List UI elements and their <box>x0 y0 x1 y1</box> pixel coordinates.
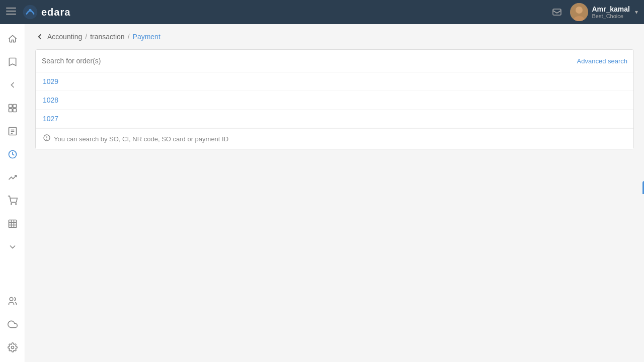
search-result-1028[interactable]: 1028 <box>36 91 633 110</box>
svg-point-7 <box>576 7 583 14</box>
search-container: Advanced search 1029 1028 1027 You can s… <box>35 49 634 149</box>
sidebar-item-cloud[interactable] <box>2 314 23 335</box>
sidebar-item-inventory[interactable] <box>2 213 23 234</box>
svg-point-25 <box>10 298 13 301</box>
sidebar-item-home[interactable] <box>2 28 23 49</box>
svg-point-3 <box>23 5 37 19</box>
breadcrumb-sep-1: / <box>85 33 87 41</box>
search-result-1027[interactable]: 1027 <box>36 110 633 128</box>
sidebar-item-reports[interactable] <box>2 121 23 142</box>
svg-rect-5 <box>553 9 561 15</box>
svg-rect-0 <box>6 8 16 9</box>
svg-rect-1 <box>6 11 16 12</box>
svg-rect-2 <box>6 14 16 15</box>
svg-rect-10 <box>13 105 16 108</box>
breadcrumb: Accounting / transaction / Payment <box>35 32 634 41</box>
user-chevron-icon: ▾ <box>635 9 638 16</box>
notification-icon[interactable] <box>548 3 566 21</box>
menu-icon[interactable] <box>6 6 16 19</box>
sidebar-item-accounting[interactable] <box>2 144 23 165</box>
search-result-1029[interactable]: 1029 <box>36 72 633 91</box>
search-info-bar: You can search by SO, CI, NR code, SO ca… <box>36 128 633 149</box>
svg-point-29 <box>47 139 47 139</box>
info-icon <box>43 134 51 144</box>
search-input[interactable] <box>42 57 577 65</box>
sidebar-item-collapse[interactable] <box>2 74 23 96</box>
sidebar-item-analytics[interactable] <box>2 167 23 188</box>
search-results-dropdown: 1029 1028 1027 <box>36 72 633 128</box>
sidebar-item-settings[interactable] <box>2 337 23 358</box>
svg-point-4 <box>29 9 31 12</box>
back-button[interactable] <box>35 32 44 41</box>
svg-rect-9 <box>9 105 12 108</box>
sidebar-item-bookmarks[interactable] <box>2 51 23 72</box>
svg-rect-20 <box>9 220 16 228</box>
svg-point-26 <box>11 346 14 349</box>
breadcrumb-accounting[interactable]: Accounting <box>47 33 82 41</box>
sidebar-item-dashboard[interactable] <box>2 98 23 119</box>
avatar <box>570 3 588 21</box>
svg-point-19 <box>15 204 16 205</box>
sidebar-item-sales[interactable] <box>2 190 23 211</box>
search-hint-text: You can search by SO, CI, NR code, SO ca… <box>54 135 228 143</box>
username: Amr_kamal <box>592 5 630 13</box>
svg-rect-11 <box>9 109 12 112</box>
svg-rect-12 <box>13 109 16 112</box>
sidebar-item-users[interactable] <box>2 291 23 312</box>
breadcrumb-payment: Payment <box>133 33 160 41</box>
svg-point-18 <box>11 204 12 205</box>
user-menu[interactable]: Amr_kamal Best_Choice ▾ <box>570 3 638 21</box>
breadcrumb-transaction[interactable]: transaction <box>90 33 124 41</box>
sidebar-item-expand[interactable] <box>2 236 23 257</box>
topbar: edara Amr_kamal Best_Choice ▾ <box>0 0 644 24</box>
logo-text: edara <box>41 7 70 18</box>
user-subtitle: Best_Choice <box>592 13 630 19</box>
main-content: Accounting / transaction / Payment Advan… <box>25 24 644 362</box>
search-row: Advanced search <box>36 50 633 72</box>
breadcrumb-sep-2: / <box>128 33 130 41</box>
sidebar <box>0 24 25 362</box>
advanced-search-link[interactable]: Advanced search <box>577 57 627 65</box>
logo[interactable]: edara <box>22 4 70 20</box>
